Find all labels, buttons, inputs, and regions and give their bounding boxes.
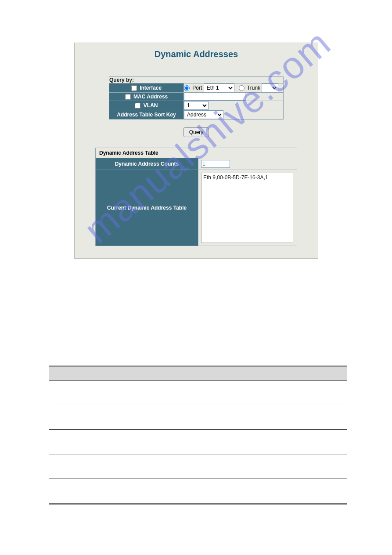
list-item[interactable]: Eth 9,00-0B-5D-7E-16-3A,1	[203, 174, 291, 181]
query-button[interactable]: Query	[183, 127, 209, 137]
sortkey-row: Address Table Sort Key Address	[109, 110, 284, 120]
dynamic-address-table: Dynamic Address Table Dynamic Address Co…	[95, 148, 297, 246]
address-listbox[interactable]: Eth 9,00-0B-5D-7E-16-3A,1	[201, 173, 293, 243]
legend-table	[49, 366, 347, 504]
vlan-row: VLAN 1	[109, 101, 284, 110]
mac-input[interactable]	[184, 93, 245, 101]
legend-row	[49, 479, 347, 503]
counts-label: Dynamic Address Counts	[96, 158, 198, 170]
query-by-table: Query by: Interface Port Eth 1 Trunk	[109, 76, 284, 120]
interface-label: Interface	[140, 85, 162, 91]
dat-title: Dynamic Address Table	[96, 148, 297, 158]
trunk-label: Trunk	[247, 85, 260, 91]
counts-value	[201, 160, 230, 168]
interface-checkbox[interactable]	[131, 85, 137, 91]
mac-checkbox[interactable]	[125, 94, 131, 100]
port-select[interactable]: Eth 1	[204, 83, 234, 92]
mac-label: MAC Address	[133, 94, 168, 100]
trunk-select[interactable]	[262, 83, 278, 92]
legend-row	[49, 429, 347, 454]
query-by-header: Query by:	[109, 77, 284, 83]
page-title: Dynamic Addresses	[75, 43, 318, 64]
port-radio[interactable]	[184, 85, 190, 91]
current-table-label: Current Dynamic Address Table	[96, 170, 198, 246]
vlan-checkbox[interactable]	[135, 103, 140, 109]
interface-row: Interface Port Eth 1 Trunk	[109, 83, 284, 93]
vlan-select[interactable]: 1	[184, 101, 209, 110]
sortkey-label: Address Table Sort Key	[109, 110, 184, 120]
title-separator	[75, 64, 318, 64]
legend-row	[49, 454, 347, 479]
vlan-label: VLAN	[144, 102, 158, 109]
legend-row	[49, 380, 347, 405]
panel-body: Query by: Interface Port Eth 1 Trunk	[75, 76, 318, 258]
trunk-radio[interactable]	[239, 85, 245, 91]
dynamic-addresses-panel: Dynamic Addresses Query by: Interface Po…	[74, 43, 318, 259]
port-label: Port	[192, 85, 202, 91]
legend-header	[49, 367, 347, 380]
mac-row: MAC Address	[109, 93, 284, 101]
legend-row	[49, 405, 347, 429]
sortkey-select[interactable]: Address	[184, 110, 223, 119]
